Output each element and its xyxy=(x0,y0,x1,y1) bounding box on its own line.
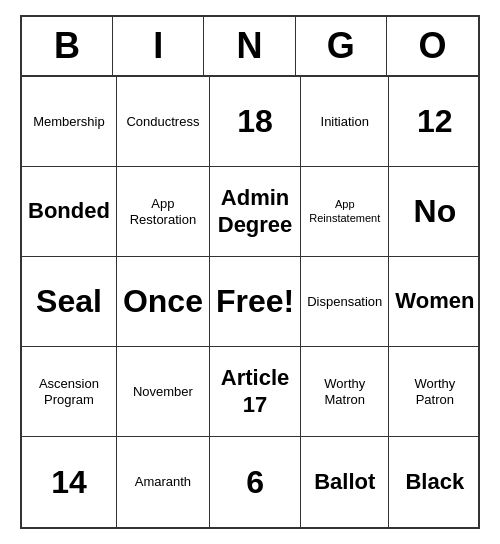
bingo-cell-17: Article 17 xyxy=(210,347,301,437)
bingo-cell-4: 12 xyxy=(389,77,480,167)
bingo-cell-11: Once xyxy=(117,257,210,347)
bingo-cell-16: November xyxy=(117,347,210,437)
bingo-cell-21: Amaranth xyxy=(117,437,210,527)
bingo-cell-22: 6 xyxy=(210,437,301,527)
header-letter: O xyxy=(387,17,478,75)
bingo-cell-12: Free! xyxy=(210,257,301,347)
header-letter: N xyxy=(204,17,295,75)
bingo-header: BINGO xyxy=(22,17,478,77)
bingo-cell-7: Admin Degree xyxy=(210,167,301,257)
bingo-cell-0: Membership xyxy=(22,77,117,167)
bingo-cell-2: 18 xyxy=(210,77,301,167)
header-letter: G xyxy=(296,17,387,75)
bingo-cell-18: Worthy Matron xyxy=(301,347,389,437)
header-letter: B xyxy=(22,17,113,75)
bingo-cell-23: Ballot xyxy=(301,437,389,527)
bingo-cell-6: App Restoration xyxy=(117,167,210,257)
bingo-cell-9: No xyxy=(389,167,480,257)
bingo-grid: MembershipConductress18Initiation12Bonde… xyxy=(22,77,478,527)
bingo-cell-24: Black xyxy=(389,437,480,527)
bingo-cell-15: Ascension Program xyxy=(22,347,117,437)
bingo-cell-14: Women xyxy=(389,257,480,347)
bingo-card: BINGO MembershipConductress18Initiation1… xyxy=(20,15,480,529)
bingo-cell-5: Bonded xyxy=(22,167,117,257)
bingo-cell-1: Conductress xyxy=(117,77,210,167)
bingo-cell-3: Initiation xyxy=(301,77,389,167)
bingo-cell-19: Worthy Patron xyxy=(389,347,480,437)
bingo-cell-8: App Reinstatement xyxy=(301,167,389,257)
bingo-cell-20: 14 xyxy=(22,437,117,527)
bingo-cell-10: Seal xyxy=(22,257,117,347)
header-letter: I xyxy=(113,17,204,75)
bingo-cell-13: Dispensation xyxy=(301,257,389,347)
